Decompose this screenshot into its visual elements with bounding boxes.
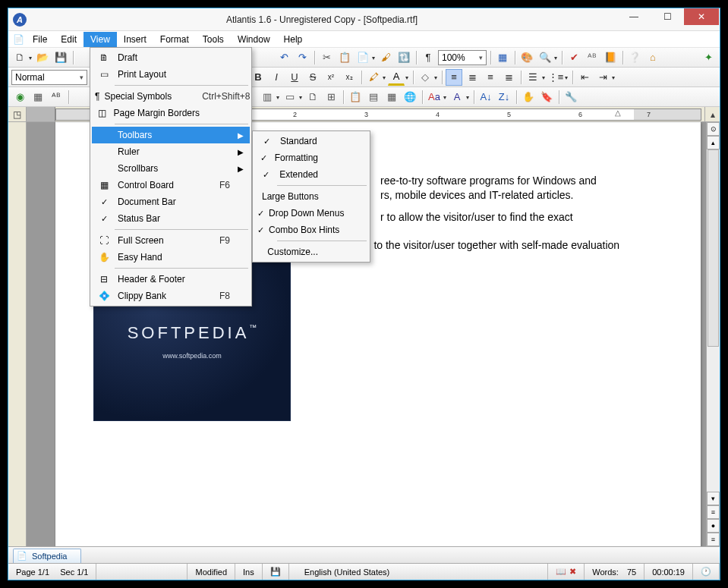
autocorrect-button[interactable]: ᴬᴮ	[584, 49, 600, 66]
case2-button[interactable]: A	[449, 89, 465, 105]
align-center-button[interactable]: ≣	[464, 69, 481, 86]
cut-button[interactable]: ✂	[318, 49, 335, 66]
view-menu-clippy-bank[interactable]: 💠Clippy BankF8	[92, 288, 250, 304]
view-menu-ruler[interactable]: Ruler▶	[92, 143, 250, 160]
menu-help[interactable]: Help	[277, 32, 310, 47]
app-menu-icon[interactable]: 📄	[11, 33, 26, 46]
menu-view[interactable]: View	[84, 32, 117, 47]
sort-desc-button[interactable]: Z↓	[496, 89, 512, 105]
clear-format-button[interactable]: ◇	[417, 69, 433, 86]
thesaurus-button[interactable]: 📙	[602, 49, 619, 66]
hand-button[interactable]: ✋	[520, 89, 537, 105]
menu-edit[interactable]: Edit	[54, 32, 84, 47]
repeat-button[interactable]: 🔃	[396, 49, 412, 66]
view-menu-print-layout[interactable]: ▭Print Layout	[92, 66, 250, 83]
status-spell-icon[interactable]: 📖✖	[548, 564, 585, 580]
ext-btn-6[interactable]: 🗋	[304, 89, 321, 105]
view-menu-control-board[interactable]: ▦Control BoardF6	[92, 177, 250, 193]
view-menu-easy-hand[interactable]: ✋Easy Hand	[92, 249, 250, 266]
vertical-scrollbar[interactable]: ⊙ ▴ ▾ ≡ ● ≡	[706, 122, 720, 546]
status-language[interactable]: English (United States)	[289, 564, 548, 580]
align-left-button[interactable]: ≡	[446, 69, 462, 86]
ext-btn-2[interactable]: ▦	[30, 89, 46, 105]
find-button[interactable]: 🔍	[537, 49, 553, 66]
align-right-button[interactable]: ≡	[482, 69, 499, 86]
font-color-button[interactable]: A	[388, 69, 405, 86]
vertical-ruler[interactable]	[8, 122, 27, 546]
spellcheck-button[interactable]: ✔	[566, 49, 582, 66]
case-button[interactable]: Aa	[426, 89, 443, 105]
corner-icon[interactable]: ✦	[700, 49, 717, 66]
menu-window[interactable]: Window	[231, 32, 277, 47]
view-menu-full-screen[interactable]: ⛶Full ScreenF9	[92, 232, 250, 249]
columns-button[interactable]: ▥	[259, 89, 276, 105]
toolbars-submenu-formatting[interactable]: Formatting	[254, 149, 368, 166]
underline-button[interactable]: U	[286, 69, 303, 86]
ruler-scroll-up-icon[interactable]: ▴	[704, 107, 720, 121]
align-justify-button[interactable]: ≣	[500, 69, 517, 86]
toolbars-submenu-customize-[interactable]: Customize...	[254, 244, 368, 260]
ext-btn-9[interactable]: ▤	[365, 89, 382, 105]
copy-button[interactable]: 📋	[336, 49, 353, 66]
ext-btn-8[interactable]: 📋	[347, 89, 364, 105]
status-save-icon[interactable]: 💾	[263, 564, 289, 580]
toolbars-submenu-large-buttons[interactable]: Large Buttons	[254, 188, 368, 205]
scroll-top-target-icon[interactable]: ⊙	[707, 122, 720, 136]
control-board-button[interactable]: ▦	[494, 49, 511, 66]
open-button[interactable]: 📂	[34, 49, 51, 66]
view-menu-header-footer[interactable]: ⊟Header & Footer	[92, 271, 250, 288]
tab-softpedia[interactable]: Softpedia	[13, 549, 81, 563]
view-menu-special-symbols[interactable]: ¶Special SymbolsCtrl+Shift+8	[92, 88, 250, 105]
ext-btn-5[interactable]: ▭	[282, 89, 298, 105]
view-menu-draft[interactable]: 🗎Draft	[92, 49, 250, 66]
new-doc-button[interactable]: 🗋	[11, 49, 28, 66]
scroll-browse-icon[interactable]: ●	[707, 519, 720, 533]
italic-button[interactable]: I	[268, 69, 285, 86]
undo-button[interactable]: ↶	[276, 49, 292, 66]
toolbars-submenu-standard[interactable]: Standard	[254, 133, 368, 149]
paragraph-marks-button[interactable]: ¶	[420, 49, 436, 66]
bookmark-button[interactable]: 🔖	[538, 89, 555, 105]
scroll-down-button[interactable]: ▾	[707, 492, 720, 505]
toolbars-submenu-drop-down-menus[interactable]: Drop Down Menus	[254, 205, 368, 222]
sort-asc-button[interactable]: A↓	[477, 89, 494, 105]
help-button[interactable]: ❔	[626, 49, 643, 66]
toolbars-submenu-combo-box-hints[interactable]: Combo Box Hints	[254, 222, 368, 238]
selection-bar[interactable]	[27, 122, 55, 546]
indent-button[interactable]: ⇥	[594, 69, 611, 86]
scroll-thumb[interactable]	[708, 149, 719, 347]
highlight-button[interactable]: 🖍	[365, 69, 382, 86]
ext-btn-3[interactable]: ᴬᴮ	[48, 89, 65, 105]
palette-button[interactable]: 🎨	[518, 49, 535, 66]
subscript-button[interactable]: x₂	[341, 69, 358, 86]
status-ins[interactable]: Ins	[235, 564, 263, 580]
style-input[interactable]	[15, 72, 77, 83]
scroll-next-page-icon[interactable]: ≡	[707, 533, 720, 546]
menu-insert[interactable]: Insert	[117, 32, 153, 47]
menu-file[interactable]: File	[26, 32, 54, 47]
save-button[interactable]: 💾	[52, 49, 69, 66]
ext-btn-11[interactable]: 🌐	[402, 89, 418, 105]
zoom-combo[interactable]: ▾	[438, 50, 487, 65]
strike-button[interactable]: S	[304, 69, 321, 86]
tool-button[interactable]: 🔧	[563, 89, 579, 105]
ext-btn-10[interactable]: ▦	[383, 89, 400, 105]
menu-tools[interactable]: Tools	[196, 32, 231, 47]
maximize-button[interactable]: ☐	[651, 8, 684, 25]
redo-button[interactable]: ↷	[294, 49, 310, 66]
home-button[interactable]: ⌂	[644, 49, 661, 66]
view-menu-document-bar[interactable]: Document Bar	[92, 193, 250, 210]
view-menu-status-bar[interactable]: Status Bar	[92, 210, 250, 227]
outdent-button[interactable]: ⇤	[576, 69, 593, 86]
ext-btn-1[interactable]: ◉	[11, 89, 28, 105]
ruler-corner-icon[interactable]: ◳	[8, 107, 27, 121]
view-menu-toolbars[interactable]: Toolbars▶	[92, 127, 250, 143]
view-menu-page-margin-borders[interactable]: ◫Page Margin Borders	[92, 105, 250, 121]
bullets-button[interactable]: ☰	[525, 69, 541, 86]
zoom-input[interactable]	[442, 52, 476, 63]
minimize-button[interactable]: —	[617, 8, 651, 25]
format-painter-button[interactable]: 🖌	[377, 49, 394, 66]
menu-format[interactable]: Format	[153, 32, 196, 47]
scroll-up-button[interactable]: ▴	[707, 136, 720, 149]
bold-button[interactable]: B	[250, 69, 266, 86]
